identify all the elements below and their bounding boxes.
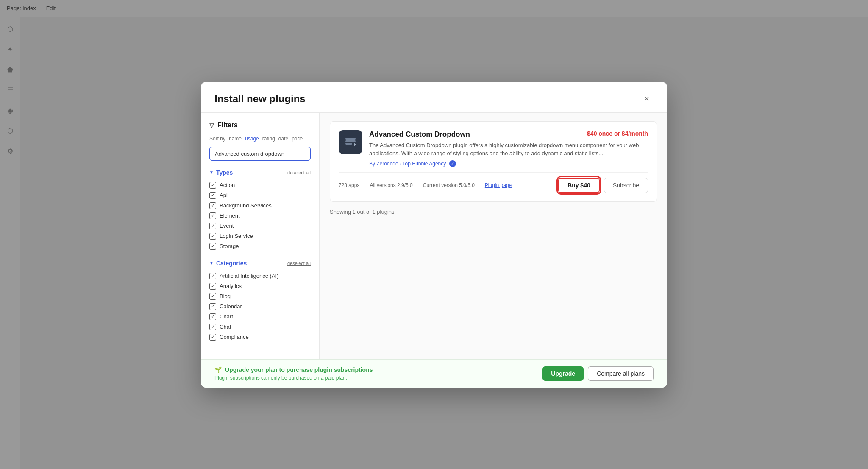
- modal-close-button[interactable]: ×: [640, 92, 654, 106]
- type-api[interactable]: ✓ Api: [209, 190, 311, 201]
- plugin-description: The Advanced Custom Dropdown plugin offe…: [369, 141, 648, 158]
- category-chart[interactable]: ✓ Chart: [209, 312, 311, 322]
- category-ai-label: Artificial Intelligence (AI): [220, 273, 278, 279]
- sort-name[interactable]: name: [229, 136, 242, 142]
- category-chat-checkbox[interactable]: ✓: [209, 324, 216, 330]
- type-api-label: Api: [220, 192, 228, 198]
- category-calendar[interactable]: ✓ Calendar: [209, 302, 311, 312]
- category-compliance-label: Compliance: [220, 334, 249, 340]
- showing-text: Showing 1 out of 1 plugins: [330, 209, 657, 215]
- svg-rect-3: [345, 143, 352, 145]
- modal-title: Install new plugins: [214, 93, 306, 105]
- buy-button[interactable]: Buy $40: [558, 178, 600, 193]
- type-element[interactable]: ✓ Element: [209, 211, 311, 221]
- types-chevron-icon: ▼: [209, 170, 214, 175]
- type-login-service-checkbox[interactable]: ✓: [209, 233, 216, 240]
- plugins-panel: Advanced Custom Dropdown $40 once or $4/…: [320, 113, 667, 359]
- category-chat-label: Chat: [220, 324, 231, 330]
- filters-panel: ▽ Filters Sort by name usage rating date…: [201, 113, 320, 359]
- categories-filter-section: ▼ Categories deselect all ✓ Artificial I…: [209, 260, 311, 342]
- types-filter-section: ▼ Types deselect all ✓ Action ✓ Api: [209, 169, 311, 251]
- plugin-current-version: Current version 5.0/5.0: [423, 182, 475, 188]
- type-background-services-label: Background Services: [220, 202, 272, 209]
- filters-header: ▽ Filters: [209, 121, 311, 129]
- category-calendar-checkbox[interactable]: ✓: [209, 303, 216, 310]
- plugin-page-link[interactable]: Plugin page: [485, 182, 512, 188]
- category-ai-checkbox[interactable]: ✓: [209, 273, 216, 279]
- categories-title: ▼ Categories: [209, 260, 247, 267]
- svg-rect-1: [345, 138, 356, 140]
- type-event-checkbox[interactable]: ✓: [209, 223, 216, 229]
- category-analytics-label: Analytics: [220, 283, 242, 289]
- filter-icon: ▽: [209, 122, 214, 128]
- types-header: ▼ Types deselect all: [209, 169, 311, 176]
- categories-header: ▼ Categories deselect all: [209, 260, 311, 267]
- type-api-checkbox[interactable]: ✓: [209, 192, 216, 199]
- category-chart-checkbox[interactable]: ✓: [209, 313, 216, 320]
- type-login-service[interactable]: ✓ Login Service: [209, 231, 311, 241]
- upgrade-subtitle: Plugin subscriptions can only be purchas…: [214, 375, 373, 381]
- modal-header: Install new plugins ×: [201, 82, 667, 113]
- upgrade-banner: 🌱 Upgrade your plan to purchase plugin s…: [201, 359, 667, 388]
- category-analytics-checkbox[interactable]: ✓: [209, 283, 216, 290]
- categories-chevron-icon: ▼: [209, 261, 214, 265]
- type-action[interactable]: ✓ Action: [209, 180, 311, 190]
- category-ai[interactable]: ✓ Artificial Intelligence (AI): [209, 271, 311, 281]
- filters-heading: Filters: [217, 121, 238, 129]
- category-analytics[interactable]: ✓ Analytics: [209, 281, 311, 291]
- type-storage-checkbox[interactable]: ✓: [209, 243, 216, 250]
- plugin-search-input[interactable]: [209, 147, 311, 161]
- type-element-label: Element: [220, 212, 240, 219]
- category-blog-checkbox[interactable]: ✓: [209, 293, 216, 300]
- category-compliance[interactable]: ✓ Compliance: [209, 332, 311, 342]
- type-action-checkbox[interactable]: ✓: [209, 182, 216, 189]
- plugin-author: By Zeroqode · Top Bubble Agency ✓: [369, 160, 648, 167]
- category-compliance-checkbox[interactable]: ✓: [209, 334, 216, 341]
- sort-rating[interactable]: rating: [262, 136, 275, 142]
- plugin-name-row: Advanced Custom Dropdown $40 once or $4/…: [369, 130, 648, 139]
- upgrade-title-text: Upgrade your plan to purchase plugin sub…: [225, 366, 373, 373]
- plugin-all-versions: All versions 2.9/5.0: [370, 182, 412, 188]
- plugin-card: Advanced Custom Dropdown $40 once or $4/…: [330, 121, 657, 202]
- type-background-services[interactable]: ✓ Background Services: [209, 201, 311, 211]
- plugin-apps-count: 728 apps: [339, 182, 359, 188]
- install-plugins-modal: Install new plugins × ▽ Filters Sort by …: [201, 82, 667, 388]
- types-label: Types: [216, 169, 233, 176]
- plugin-price: $40 once or $4/month: [587, 130, 648, 137]
- type-login-service-label: Login Service: [220, 233, 253, 239]
- subscribe-button[interactable]: Subscribe: [604, 178, 648, 193]
- sort-usage[interactable]: usage: [245, 136, 259, 142]
- categories-label: Categories: [216, 260, 247, 267]
- category-blog[interactable]: ✓ Blog: [209, 291, 311, 302]
- type-event[interactable]: ✓ Event: [209, 221, 311, 231]
- type-event-label: Event: [220, 223, 234, 229]
- categories-deselect-all[interactable]: deselect all: [287, 261, 311, 266]
- upgrade-actions: Upgrade Compare all plans: [542, 366, 654, 381]
- modal-body: ▽ Filters Sort by name usage rating date…: [201, 113, 667, 359]
- plugin-info: Advanced Custom Dropdown $40 once or $4/…: [369, 130, 648, 167]
- sort-price[interactable]: price: [292, 136, 303, 142]
- plugin-card-header: Advanced Custom Dropdown $40 once or $4/…: [339, 130, 648, 167]
- category-chart-label: Chart: [220, 313, 233, 320]
- type-background-services-checkbox[interactable]: ✓: [209, 202, 216, 209]
- type-storage[interactable]: ✓ Storage: [209, 241, 311, 251]
- upgrade-button[interactable]: Upgrade: [542, 366, 584, 381]
- compare-plans-button[interactable]: Compare all plans: [588, 366, 654, 381]
- category-chat[interactable]: ✓ Chat: [209, 322, 311, 332]
- sort-date[interactable]: date: [278, 136, 288, 142]
- category-calendar-label: Calendar: [220, 303, 242, 310]
- upgrade-text-block: 🌱 Upgrade your plan to purchase plugin s…: [214, 366, 373, 381]
- plugin-author-text: By Zeroqode · Top Bubble Agency: [369, 160, 446, 166]
- modal-overlay: Install new plugins × ▽ Filters Sort by …: [0, 0, 868, 469]
- plugin-name: Advanced Custom Dropdown: [369, 130, 470, 139]
- types-deselect-all[interactable]: deselect all: [287, 170, 311, 175]
- svg-rect-2: [345, 140, 356, 142]
- category-blog-label: Blog: [220, 293, 231, 299]
- upgrade-title: 🌱 Upgrade your plan to purchase plugin s…: [214, 366, 373, 373]
- sort-row: Sort by name usage rating date price: [209, 136, 311, 142]
- plugin-icon: [339, 130, 362, 154]
- plugin-actions: Buy $40 Subscribe: [558, 178, 648, 193]
- plugin-meta-row: 728 apps All versions 2.9/5.0 Current ve…: [339, 172, 648, 193]
- sort-label: Sort by: [209, 136, 225, 142]
- type-element-checkbox[interactable]: ✓: [209, 212, 216, 219]
